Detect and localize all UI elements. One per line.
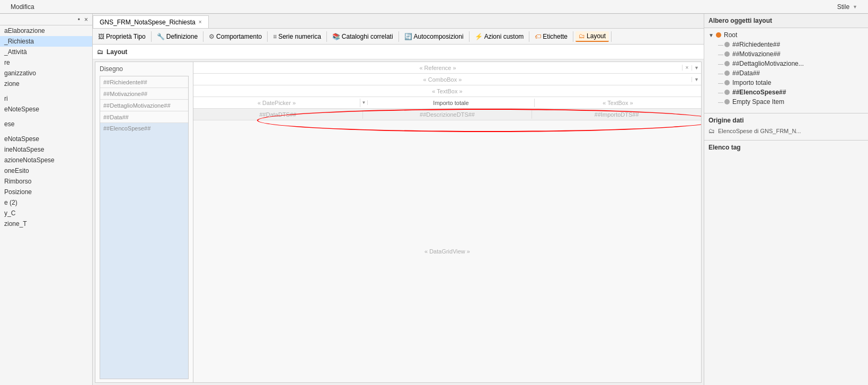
tree-dot-data — [724, 71, 730, 76]
sidebar-item-enotaspese[interactable]: eNotaSpese — [0, 134, 92, 144]
tree-dot-importo — [724, 80, 730, 85]
tree-item-dettaglio[interactable]: — ##DettaglioMotivazione... — [708, 59, 864, 68]
field-importo-totale[interactable]: Importo totale — [368, 99, 535, 107]
etichette-icon: 🏷 — [535, 33, 541, 40]
sidebar-item-e2[interactable]: e (2) — [0, 197, 92, 208]
label-dettaglio: ##DettaglioMotivazione## — [100, 101, 188, 110]
tree-item-emptyspace[interactable]: — Empty Space Item — [708, 97, 864, 107]
field-combobox-dropdown[interactable]: ▼ — [692, 77, 701, 82]
sidebar-item-richiesta[interactable]: _Richiesta — [0, 36, 92, 47]
grid-header-datadts: ##DataDTS## — [193, 110, 363, 119]
field-reference[interactable]: « Reference » — [193, 64, 682, 72]
tab-main[interactable]: GNS_FRM_NotaSpese_Richiesta × — [93, 15, 209, 28]
tree-dot-root — [716, 32, 721, 38]
origine-dati-icon: 🗂 — [708, 127, 715, 135]
comportamento-icon: ⚙ — [209, 33, 215, 40]
sidebar-item-zioneT[interactable]: zione_T — [0, 218, 92, 229]
tree-item-motivazione[interactable]: — ##Motivazione## — [708, 49, 864, 59]
tree-dash-motivazione: — — [718, 51, 724, 57]
toolbar-btn-autocomposizioni[interactable]: 🔄 Autocomposizioni — [401, 32, 467, 41]
tree-item-elencospese[interactable]: — ##ElencoSpese## — [708, 88, 864, 97]
grid-header-descrizione: ##DescrizioneDTS## — [363, 110, 533, 119]
grid-datagridview-placeholder: « DataGridView » — [424, 248, 470, 255]
sidebar-item-re[interactable]: re — [0, 57, 92, 68]
toolbar-btn-cataloghi[interactable]: 📚 Cataloghi correlati — [329, 32, 396, 41]
tree-dash-dettaglio: — — [718, 61, 724, 67]
tree-item-root[interactable]: ▼ Root — [708, 30, 864, 40]
content-area: GNS_FRM_NotaSpese_Richiesta × 🖼 Propriet… — [93, 14, 704, 385]
tree-dash-richiedente: — — [718, 42, 724, 48]
tree-label-root: Root — [724, 31, 737, 39]
sidebar-item-azionenota[interactable]: azioneNotaSpese — [0, 155, 92, 165]
autocomp-icon: 🔄 — [404, 33, 412, 40]
right-panel: Albero oggetti layout ▼ Root — ##Richied… — [704, 14, 868, 385]
sidebar-item-yc[interactable]: y_C — [0, 208, 92, 218]
menu-modifica[interactable]: Modifica — [0, 2, 45, 12]
tree-label-data: ##Data## — [732, 69, 760, 77]
toolbar-btn-definizione[interactable]: 🔧 Definizione — [154, 32, 201, 41]
toolbar-btn-etichette[interactable]: 🏷 Etichette — [532, 32, 571, 41]
sidebar-item-zione[interactable]: zione — [0, 78, 92, 89]
tree-item-richiedente[interactable]: — ##Richiedente## — [708, 40, 864, 49]
elenco-tag-title: Elenco tag — [708, 144, 864, 151]
field-textbox-motivazione[interactable]: « TextBox » — [193, 87, 701, 95]
serie-icon: ≡ — [273, 33, 277, 40]
toolbar-btn-proprieta-tipo[interactable]: 🖼 Proprietà Tipo — [95, 32, 149, 41]
sidebar-item-attivita[interactable]: _Attività — [0, 47, 92, 57]
sidebar-item-posizione[interactable]: Posizione — [0, 187, 92, 197]
tree-dash-emptyspace: — — [718, 99, 724, 105]
origine-dati-title: Origine dati — [708, 117, 864, 124]
toolbar: 🖼 Proprietà Tipo 🔧 Definizione ⚙ Comport… — [93, 29, 704, 45]
tree-expand-root: ▼ — [708, 32, 716, 38]
layout-title: Layout — [107, 48, 127, 56]
sidebar-item-organizzativo[interactable]: ganizzativo — [0, 68, 92, 78]
layout-title-bar: 🗂 Layout — [93, 45, 704, 59]
tree-label-motivazione: ##Motivazione## — [732, 50, 781, 58]
tree-item-data[interactable]: — ##Data## — [708, 68, 864, 78]
label-motivazione: ##Motivazione## — [100, 90, 188, 98]
tree-label-elencospese: ##ElencoSpese## — [732, 89, 786, 96]
field-combobox[interactable]: « ComboBox » — [193, 75, 692, 84]
label-richiedente: ##Richiedente## — [100, 78, 188, 86]
sidebar-item-elaborazione[interactable]: aElaborazione — [0, 25, 92, 36]
tree-dot-emptyspace — [724, 99, 730, 104]
grid-header-importo: ##ImportoDTS## — [532, 110, 701, 119]
label-data: ##Data## — [100, 113, 188, 121]
tab-bar: GNS_FRM_NotaSpese_Richiesta × — [93, 14, 704, 29]
toolbar-btn-azioni-custom[interactable]: ⚡ Azioni custom — [472, 32, 527, 41]
field-datepicker-dropdown[interactable]: ▼ — [360, 100, 368, 105]
tree-dash-importo: — — [718, 80, 724, 86]
definizione-icon: 🔧 — [157, 33, 165, 40]
sidebar-item-inenotaspese[interactable]: ineNotaSpese — [0, 144, 92, 155]
toolbar-btn-layout[interactable]: 🗂 Layout — [575, 31, 609, 42]
tree-title: Albero oggetti layout — [704, 14, 868, 28]
sidebar-pin[interactable]: • — [76, 15, 82, 24]
layout-icon: 🗂 — [579, 32, 585, 40]
tree-dot-richiedente — [724, 42, 730, 47]
toolbar-btn-comportamento[interactable]: ⚙ Comportamento — [206, 32, 265, 41]
disegno-label: Disegno — [100, 65, 189, 73]
sidebar-item-enotespese[interactable]: eNoteSpese — [0, 104, 92, 115]
field-datepicker[interactable]: « DatePicker » — [193, 99, 360, 107]
tree-dot-dettaglio — [724, 61, 730, 66]
tree-label-emptyspace: Empty Space Item — [732, 98, 784, 106]
sidebar-item-ri[interactable]: ri — [0, 93, 92, 104]
sidebar-item-oneesito[interactable]: oneEsito — [0, 165, 92, 176]
sidebar-item-ese[interactable]: ese — [0, 119, 92, 129]
left-sidebar: • × aElaborazione _Richiesta _Attività r… — [0, 14, 93, 385]
menu-stile[interactable]: Stile ▼ — [827, 2, 868, 12]
field-textbox-data[interactable]: « TextBox » — [535, 99, 701, 107]
tree-label-dettaglio: ##DettaglioMotivazione... — [732, 60, 804, 67]
label-elencospese: ##ElencoSpese## — [103, 125, 150, 132]
tree-container: ▼ Root — ##Richiedente## — ##Motivazione… — [704, 28, 868, 109]
sidebar-item-rimborso[interactable]: Rimborso — [0, 176, 92, 187]
origine-dati-value: ElencoSpese di GNS_FRM_N... — [718, 128, 801, 134]
azioni-icon: ⚡ — [475, 33, 483, 40]
tab-close-icon[interactable]: × — [199, 19, 202, 25]
toolbar-btn-serie-numerica[interactable]: ≡ Serie numerica — [270, 32, 324, 41]
tree-item-importo[interactable]: — Importo totale — [708, 78, 864, 88]
layout-title-icon: 🗂 — [97, 48, 103, 56]
field-dropdown-btn[interactable]: ▼ — [692, 65, 701, 71]
field-close-btn[interactable]: × — [682, 65, 692, 71]
sidebar-close[interactable]: × — [82, 15, 90, 24]
